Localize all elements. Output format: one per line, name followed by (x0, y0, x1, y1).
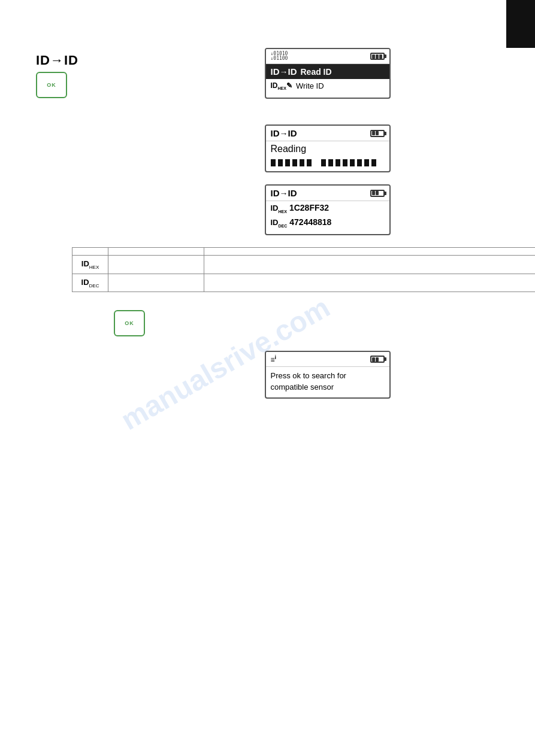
screen4-header: ≡i (266, 352, 389, 367)
menu-item2-sub: HEX (278, 86, 286, 90)
progress-seg5 (300, 159, 304, 166)
screen-reading: ID→ID Reading (265, 125, 391, 172)
battery-body-4 (370, 356, 385, 363)
battery-icon-2 (370, 130, 385, 137)
screen2-title: ID→ID (271, 128, 297, 138)
table-header-label (108, 248, 204, 256)
battery-body-2 (370, 130, 385, 137)
menu-item2-label: Write ID (296, 81, 324, 90)
battery-body (370, 53, 385, 60)
id-hex-value: 1C28FF32 (289, 203, 329, 212)
progress-seg8 (328, 159, 333, 166)
battery-icon-4 (370, 356, 385, 363)
progress-seg3 (285, 159, 290, 166)
screen2-header: ID→ID (266, 126, 389, 141)
table-cell-dec-label (108, 274, 204, 292)
progress-seg6 (307, 159, 312, 166)
table-row-hex: IDHEX (72, 256, 536, 274)
table-cell-hex-label (108, 256, 204, 274)
table-header-value (204, 248, 535, 256)
progress-seg11 (350, 159, 355, 166)
progress-bar (266, 157, 389, 171)
ok-button-icon: OK (36, 72, 67, 98)
table-header-row (72, 248, 536, 256)
menu-item-write-id: IDHEX✎ Write ID (266, 79, 389, 93)
progress-seg1 (271, 159, 276, 166)
battery-icon (370, 53, 385, 60)
screen-menu: ↓01010 ↓01100 ID→ID Re (265, 48, 391, 99)
table-cell-dec-value (204, 274, 535, 292)
menu-item1-label: Read ID (301, 67, 332, 77)
screen-press-ok: ≡i Press ok to search for compatible sen… (265, 351, 391, 398)
ok-button-icon-2: OK (114, 310, 145, 336)
screen1-header: ↓01010 ↓01100 (266, 49, 389, 64)
screen-id-values: ID→ID IDHEX 1C28FF32 (265, 184, 391, 235)
id-data-table: IDHEX IDDEC (72, 247, 535, 292)
progress-seg12 (357, 159, 362, 166)
screen3-dec-row: IDDEC 472448818 (266, 215, 389, 230)
id-to-id-icon: ID→ID (271, 66, 297, 77)
progress-seg7 (321, 159, 326, 166)
table-cell-hex-value (204, 256, 535, 274)
progress-seg10 (343, 159, 347, 166)
screen3-title: ID→ID (271, 188, 297, 198)
reading-text: Reading (266, 141, 389, 157)
progress-seg13 (364, 159, 369, 166)
progress-seg4 (292, 159, 297, 166)
screen4-header-icon: ≡i (271, 354, 277, 364)
battery-icon-3 (370, 190, 385, 197)
screen3-header: ID→ID (266, 186, 389, 201)
screen3-hex-row: IDHEX 1C28FF32 (266, 201, 389, 215)
progress-seg2 (278, 159, 283, 166)
progress-seg9 (335, 159, 340, 166)
id-hex-label: IDHEX (271, 204, 287, 214)
id-dec-label: IDDEC (271, 218, 288, 228)
ok-label: OK (47, 82, 56, 88)
signal-icon: ↓01010 ↓01100 (271, 51, 288, 61)
table-header-icon (72, 248, 108, 256)
menu-item-read-id: ID→ID Read ID (266, 64, 389, 79)
id-dec-sub: DEC (279, 223, 288, 227)
progress-seg14 (371, 159, 376, 166)
id-dec-value: 472448818 (289, 217, 331, 227)
screen4-text: Press ok to search for compatible sensor (266, 367, 389, 397)
id-hex-sub: HEX (279, 210, 287, 214)
ok-label-2: OK (125, 320, 134, 326)
table-cell-id-dec-icon: IDDEC (72, 274, 108, 292)
menu-item2-icon: IDHEX✎ (271, 81, 292, 90)
table-cell-id-hex-icon: IDHEX (72, 256, 108, 274)
battery-body-3 (370, 190, 385, 197)
table-row-dec: IDDEC (72, 274, 536, 292)
id-arrow-heading: ID→ID (36, 53, 156, 68)
